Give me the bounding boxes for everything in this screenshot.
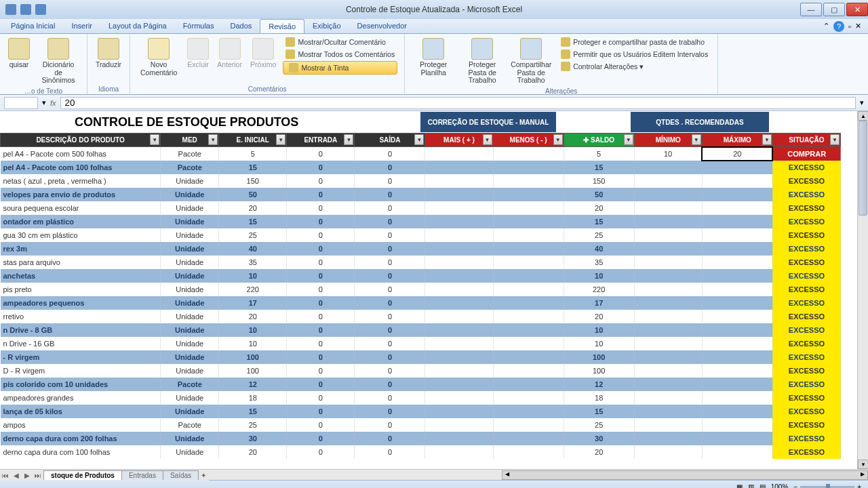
cell-med[interactable]: Unidade [161,350,219,364]
cell-desc[interactable]: D - R virgem [1,364,161,378]
ribbon-tab-6[interactable]: Exibição [304,19,349,33]
cell-mais[interactable] [425,296,493,310]
cell-mais[interactable] [425,432,493,445]
view-layout-icon[interactable]: ▥ [748,483,754,488]
table-row[interactable]: velopes para envio de produtosUnidade500… [1,188,841,201]
horizontal-scrollbar[interactable]: ◀ ▶ [502,470,868,480]
cell-mais[interactable] [425,201,493,215]
filter-icon[interactable]: ▼ [762,134,772,145]
cell-desc[interactable]: pel A4 - Pacote com 100 folhas [1,161,161,174]
cell-menos[interactable] [493,188,564,201]
cell-ent[interactable]: 0 [287,201,355,215]
formula-input[interactable] [60,97,856,109]
protect-workbook-button[interactable]: Proteger Pasta de Trabalho [460,37,504,86]
cell-sai[interactable]: 0 [355,337,425,350]
cell-ini[interactable]: 25 [219,418,287,432]
cell-ent[interactable]: 0 [287,296,355,310]
cell-menos[interactable] [493,161,564,174]
table-row[interactable]: ontador em plásticoUnidade150015EXCESSO [1,215,841,228]
cell-med[interactable]: Unidade [161,337,219,350]
tab-nav-prev-icon[interactable]: ◀ [11,472,22,479]
cell-sit[interactable]: EXCESSO [772,174,840,188]
quick-access-toolbar[interactable] [0,4,46,15]
cell-med[interactable]: Unidade [161,310,219,323]
view-pagebreak-icon[interactable]: ▤ [760,483,766,488]
cell-ini[interactable]: 50 [219,188,287,201]
cell-ent[interactable]: 0 [287,391,355,405]
worksheet-area[interactable]: CONTROLE DE ESTOQUE PRODUTOS CORREÇÃO DE… [0,111,868,469]
cell-desc[interactable]: netas ( azul , preta , vermelha ) [1,174,161,188]
cell-ini[interactable]: 25 [219,228,287,242]
cell-saldo[interactable]: 10 [564,337,634,350]
cell-max[interactable] [702,296,772,310]
table-row[interactable]: ampeadores grandesUnidade180018EXCESSO [1,391,841,405]
view-normal-icon[interactable]: ▦ [736,483,743,488]
cell-med[interactable]: Unidade [161,215,219,228]
new-sheet-icon[interactable]: ✦ [198,472,209,479]
cell-sit[interactable]: EXCESSO [772,161,840,174]
cell-min[interactable] [634,201,702,215]
cell-menos[interactable] [493,147,564,161]
allow-edit-ranges-button[interactable]: Permitir que os Usuários Editem Interval… [558,49,711,60]
cell-max[interactable] [702,228,772,242]
cell-sit[interactable]: EXCESSO [772,283,840,296]
cell-saldo[interactable]: 12 [564,378,634,391]
translate-button[interactable]: Traduzir [94,37,123,70]
cell-menos[interactable] [493,283,564,296]
filter-icon[interactable]: ▼ [692,134,701,145]
cell-ent[interactable]: 0 [287,269,355,283]
protect-share-button[interactable]: Proteger e compartilhar pasta de trabalh… [558,37,711,47]
cell-min[interactable] [634,269,702,283]
table-row[interactable]: pis pretoUnidade22000220EXCESSO [1,283,841,296]
cell-max[interactable] [702,445,772,459]
cell-med[interactable]: Unidade [161,256,219,269]
cell-ini[interactable]: 10 [219,269,287,283]
cell-min[interactable] [634,283,702,296]
cell-ent[interactable]: 0 [287,337,355,350]
cell-ent[interactable]: 0 [287,323,355,337]
cell-sit[interactable]: EXCESSO [772,310,840,323]
cell-max[interactable] [702,215,772,228]
cell-min[interactable] [634,215,702,228]
cell-sit[interactable]: EXCESSO [772,432,840,445]
filter-icon[interactable]: ▼ [208,134,218,145]
cell-desc[interactable]: derno capa dura com 100 folhas [1,445,161,459]
cell-mais[interactable] [425,391,493,405]
filter-icon[interactable]: ▼ [344,134,353,145]
table-row[interactable]: pis colorido com 10 unidadesPacote120012… [1,378,841,391]
cell-min[interactable] [634,323,702,337]
window-close-icon[interactable]: ✕ [855,22,861,30]
ribbon-tab-0[interactable]: Página Inicial [3,19,63,33]
sheet-tab-saidas[interactable]: Saídas [163,470,199,480]
cell-mais[interactable] [425,147,493,161]
cell-sai[interactable]: 0 [355,405,425,418]
track-changes-button[interactable]: Controlar Alterações ▾ [558,61,711,72]
cell-sai[interactable]: 0 [355,215,425,228]
new-comment-button[interactable]: Novo Comentário [137,37,180,78]
cell-saldo[interactable]: 35 [564,256,634,269]
cell-max[interactable] [702,242,772,256]
cell-ent[interactable]: 0 [287,242,355,256]
table-row[interactable]: soura pequena escolarUnidade200020EXCESS… [1,201,841,215]
cell-med[interactable]: Unidade [161,188,219,201]
cell-ini[interactable]: 18 [219,391,287,405]
cell-mais[interactable] [425,350,493,364]
cell-med[interactable]: Pacote [161,418,219,432]
zoom-slider[interactable]: −+ [793,483,861,488]
cell-sai[interactable]: 0 [355,378,425,391]
cell-max[interactable] [702,323,772,337]
cell-sit[interactable]: EXCESSO [772,188,840,201]
zoom-level[interactable]: 100% [771,483,789,488]
cell-ent[interactable]: 0 [287,161,355,174]
expand-formula-icon[interactable]: ▾ [860,98,864,107]
cell-mais[interactable] [425,242,493,256]
cell-sai[interactable]: 0 [355,418,425,432]
close-button[interactable]: ✕ [846,3,868,16]
cell-min[interactable] [634,174,702,188]
cell-menos[interactable] [493,242,564,256]
cell-mais[interactable] [425,445,493,459]
cell-desc[interactable]: rex 3m [1,242,161,256]
maximize-button[interactable]: ▢ [823,3,845,16]
filter-icon[interactable]: ▼ [276,134,285,145]
cell-menos[interactable] [493,391,564,405]
